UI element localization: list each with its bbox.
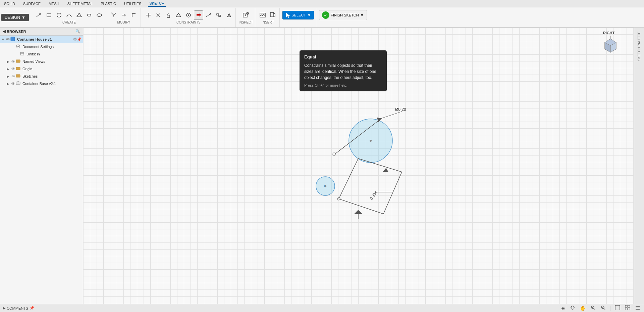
- menu-solid[interactable]: SOLID: [3, 1, 16, 6]
- status-zoom-icon[interactable]: [589, 305, 597, 312]
- tree-label-or: Origin: [22, 67, 82, 71]
- menu-sheet-metal[interactable]: SHEET METAL: [66, 1, 94, 6]
- menu-bar: SOLID SURFACE MESH SHEET METAL PLASTIC U…: [0, 0, 644, 7]
- inspect-section: INSPECT: [236, 8, 255, 27]
- constraints-section: CONSTRAINTS: [142, 8, 236, 27]
- modify-section: MODIFY: [107, 8, 141, 27]
- insert-image-tool[interactable]: [258, 10, 267, 20]
- fillet-tool[interactable]: [129, 10, 139, 20]
- trim-tool[interactable]: [109, 10, 118, 20]
- tree-item-root[interactable]: ▼ 👁 Container House v1 ⚙ 📌: [0, 36, 83, 43]
- design-arrow: ▼: [21, 15, 25, 20]
- tree-item-origin[interactable]: ▶ 👁 Origin: [0, 65, 83, 73]
- sidebar-content: ▼ 👁 Container House v1 ⚙ 📌 👁 Document Se…: [0, 36, 83, 304]
- menu-mesh[interactable]: MESH: [47, 1, 61, 6]
- diamond-shape[interactable]: [339, 159, 402, 214]
- tree-extra-root[interactable]: ⚙: [73, 37, 77, 42]
- rectangle-tool[interactable]: [44, 10, 54, 20]
- tooltip: Equal Constrains similar objects so that…: [300, 50, 387, 91]
- tree-item-units[interactable]: 👁 Units: in: [0, 50, 83, 58]
- tree-item-named-views[interactable]: ▶ 👁 Named Views: [0, 58, 83, 65]
- lock-constraint[interactable]: [164, 10, 173, 20]
- status-menu-icon[interactable]: [634, 305, 641, 312]
- canvas[interactable]: RIGHT: [83, 28, 634, 304]
- tree-eye-root[interactable]: 👁: [6, 37, 10, 41]
- create-icons: [34, 10, 104, 20]
- tree-label-units: Units: in: [26, 52, 82, 56]
- constraints-icons: [144, 10, 233, 20]
- comments-expand-icon[interactable]: ▶: [3, 306, 5, 310]
- menu-surface[interactable]: SURFACE: [22, 1, 42, 6]
- status-center: ⊕ ✋: [560, 305, 641, 312]
- small-circle-center: [324, 185, 326, 187]
- polygon-tool[interactable]: [74, 10, 84, 20]
- svg-rect-54: [615, 305, 620, 310]
- tree-label-doc: Document Settings: [22, 45, 82, 49]
- tree-arrow-cb: ▶: [7, 82, 11, 86]
- svg-line-7: [114, 13, 116, 15]
- insert-dxf-tool[interactable]: [268, 10, 277, 20]
- comments-pin-icon[interactable]: 📌: [30, 306, 34, 310]
- midpoint-constraint[interactable]: [214, 10, 223, 20]
- svg-rect-58: [628, 308, 630, 310]
- svg-rect-29: [270, 12, 274, 17]
- tree-icon-nv: [16, 59, 21, 64]
- tree-label-sk: Sketches: [22, 74, 82, 78]
- tangent-constraint[interactable]: [174, 10, 183, 20]
- status-zoom-fit-icon[interactable]: [599, 305, 607, 312]
- circle-tool[interactable]: [54, 10, 64, 20]
- tree-eye-nv[interactable]: 👁: [11, 59, 15, 63]
- select-icons: SELECT ▼: [282, 11, 314, 19]
- tree-eye-cb[interactable]: 👁: [11, 82, 15, 86]
- svg-rect-39: [16, 75, 20, 77]
- design-button[interactable]: DESIGN ▼: [1, 14, 29, 21]
- tree-item-container-base[interactable]: ▶ 👁 Container Base v2:1: [0, 80, 83, 87]
- tree-icon-units: [20, 51, 25, 57]
- svg-rect-38: [16, 67, 20, 70]
- ellipse-tool[interactable]: [95, 10, 104, 20]
- tree-eye-or[interactable]: 👁: [11, 67, 15, 71]
- line-tool[interactable]: [34, 10, 44, 20]
- finish-sketch-button[interactable]: ✓ FINISH SKETCH ▼: [319, 10, 367, 20]
- select-button[interactable]: SELECT ▼: [282, 11, 314, 19]
- menu-sketch[interactable]: SKETCH: [148, 1, 166, 7]
- svg-line-48: [594, 308, 595, 310]
- status-home-icon[interactable]: ⊕: [560, 305, 566, 311]
- status-left: ▶ COMMENTS 📌: [3, 306, 34, 310]
- svg-rect-56: [628, 305, 630, 307]
- insert-label: INSERT: [262, 20, 274, 24]
- tree-item-doc-settings[interactable]: 👁 Document Settings: [0, 43, 83, 50]
- svg-rect-32: [11, 37, 15, 41]
- slot-tool[interactable]: [85, 10, 94, 20]
- fix-constraint[interactable]: [224, 10, 233, 20]
- dimension-label-2: 0.354: [369, 190, 378, 201]
- svg-line-21: [206, 13, 211, 17]
- svg-rect-22: [217, 14, 219, 15]
- perpendicular-constraint[interactable]: [154, 10, 163, 20]
- status-grid-icon[interactable]: [624, 305, 631, 312]
- inspect-label: INSPECT: [238, 20, 253, 24]
- sidebar-search-icon[interactable]: 🔍: [75, 29, 80, 34]
- inspect-tool[interactable]: [241, 10, 251, 20]
- concentric-constraint[interactable]: [184, 10, 193, 20]
- collinear-constraint[interactable]: [204, 10, 213, 20]
- menu-plastic[interactable]: PLASTIC: [99, 1, 117, 6]
- sidebar-collapse-icon[interactable]: ◀: [3, 29, 5, 34]
- tree-item-sketches[interactable]: ▶ 👁 Sketches: [0, 73, 83, 80]
- coincident-constraint[interactable]: [144, 10, 153, 20]
- inspect-icons: [241, 10, 251, 20]
- equal-constraint[interactable]: [194, 10, 203, 20]
- finish-check-icon: ✓: [322, 11, 329, 19]
- select-section: SELECT ▼ x: [280, 8, 316, 27]
- status-pan-icon[interactable]: ✋: [579, 305, 587, 311]
- menu-utilities[interactable]: UTILITIES: [123, 1, 143, 6]
- svg-marker-3: [77, 13, 82, 17]
- tree-icon-root: [10, 37, 16, 42]
- tree-eye-sk[interactable]: 👁: [11, 74, 15, 78]
- arc-tool[interactable]: [64, 10, 74, 20]
- svg-rect-55: [625, 305, 627, 307]
- tree-pin-root[interactable]: 📌: [77, 37, 82, 42]
- status-display-icon[interactable]: [614, 305, 621, 312]
- status-orbit-icon[interactable]: [569, 305, 576, 312]
- extend-tool[interactable]: [119, 10, 128, 20]
